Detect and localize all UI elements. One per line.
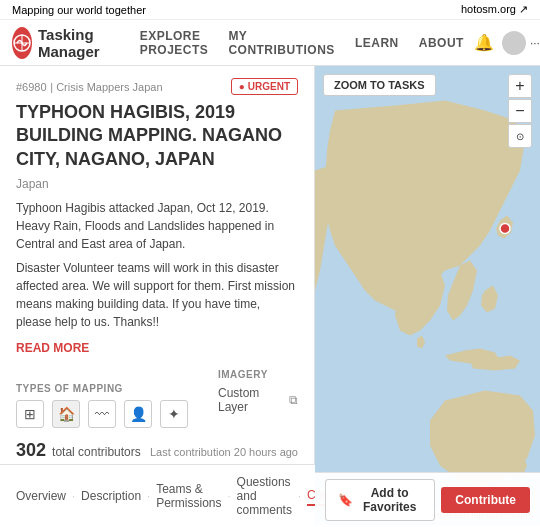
banner-right[interactable]: hotosm.org ↗	[461, 3, 528, 16]
tab-overview[interactable]: Overview	[16, 487, 66, 505]
zoom-in-button[interactable]: +	[508, 74, 532, 98]
nav-explore[interactable]: EXPLORE PROJECTS	[130, 20, 219, 66]
top-banner: Mapping our world together hotosm.org ↗	[0, 0, 540, 20]
zoom-to-tasks-button[interactable]: ZOOM TO TASKS	[323, 74, 436, 96]
project-id: #6980 | Crisis Mappers Japan	[16, 79, 163, 94]
logo-area[interactable]: Tasking Manager	[12, 26, 112, 60]
project-country: Japan	[16, 177, 298, 191]
project-desc-1: Typhoon Hagibis attacked Japan, Oct 12, …	[16, 199, 298, 253]
nav-contributions[interactable]: MY CONTRIBUTIONS	[218, 20, 345, 66]
contrib-count: 302	[16, 440, 46, 461]
tab-questions[interactable]: Questions and comments	[237, 473, 292, 519]
zoom-out-button[interactable]: −	[508, 99, 532, 123]
read-more-link[interactable]: READ MORE	[16, 341, 89, 355]
contrib-count-row: 302 total contributors	[16, 440, 141, 461]
bottom-tabs: Overview · Description · Teams & Permiss…	[0, 464, 315, 527]
bookmark-icon: 🔖	[338, 493, 353, 507]
svg-point-2	[500, 224, 510, 234]
logo-icon	[12, 27, 32, 59]
mapping-icons: ⊞ 🏠 〰 👤 ✦	[16, 400, 188, 428]
contrib-label: total contributors	[52, 445, 141, 459]
map-panel: ZOOM TO TASKS + − ⊙ © OpenStreetMap cont…	[315, 66, 540, 525]
nav-about[interactable]: ABOUT	[409, 20, 474, 66]
banner-left: Mapping our world together	[12, 4, 146, 16]
custom-layer-row: Custom Layer ⧉	[218, 386, 298, 414]
add-favorites-label: Add to Favorites	[357, 486, 422, 514]
mapping-icon-star: ✦	[160, 400, 188, 428]
types-label: TYPES OF MAPPING	[16, 383, 188, 394]
types-section: TYPES OF MAPPING ⊞ 🏠 〰 👤 ✦	[16, 383, 188, 428]
project-title: TYPHOON HAGIBIS, 2019 BUILDING MAPPING. …	[16, 101, 298, 171]
mapping-icon-water: 〰	[88, 400, 116, 428]
bottom-action-area: 🔖 Add to Favorites Contribute	[315, 472, 540, 527]
user-name: ···········	[530, 36, 540, 50]
mapping-icon-building: ⊞	[16, 400, 44, 428]
main-content: #6980 | Crisis Mappers Japan ● URGENT TY…	[0, 66, 540, 525]
mapping-icon-road: 🏠	[52, 400, 80, 428]
tab-description[interactable]: Description	[81, 487, 141, 505]
mapping-icon-person: 👤	[124, 400, 152, 428]
sep-1: ·	[72, 490, 75, 502]
project-id-number: #6980	[16, 81, 47, 93]
contribute-button[interactable]: Contribute	[441, 487, 530, 513]
add-favorites-button[interactable]: 🔖 Add to Favorites	[325, 479, 435, 521]
copy-icon[interactable]: ⧉	[289, 393, 298, 407]
urgent-dot-icon: ●	[239, 81, 245, 92]
nav-learn[interactable]: LEARN	[345, 20, 409, 66]
last-contrib: Last contribution 20 hours ago	[150, 446, 298, 458]
project-id-line: #6980 | Crisis Mappers Japan ● URGENT	[16, 78, 298, 95]
notification-bell-icon[interactable]: 🔔	[474, 33, 494, 52]
map-toolbar: ZOOM TO TASKS	[323, 74, 436, 96]
header: Tasking Manager EXPLORE PROJECTS MY CONT…	[0, 20, 540, 66]
main-nav: EXPLORE PROJECTS MY CONTRIBUTIONS LEARN …	[130, 20, 474, 66]
sep-3: ·	[228, 490, 231, 502]
imagery-label: IMAGERY	[218, 369, 298, 380]
left-panel: #6980 | Crisis Mappers Japan ● URGENT TY…	[0, 66, 315, 525]
contrib-meta-row: 302 total contributors Last contribution…	[16, 440, 298, 464]
urgent-label: URGENT	[248, 81, 290, 92]
zoom-reset-button[interactable]: ⊙	[508, 124, 532, 148]
logo-text: Tasking Manager	[38, 26, 112, 60]
sep-2: ·	[147, 490, 150, 502]
map-svg	[315, 66, 540, 525]
project-org[interactable]: Crisis Mappers Japan	[56, 81, 162, 93]
project-desc-2: Disaster Volunteer teams will work in th…	[16, 259, 298, 331]
user-avatar	[502, 31, 526, 55]
custom-layer-value: Custom Layer	[218, 386, 284, 414]
tab-teams[interactable]: Teams & Permissions	[156, 480, 221, 512]
nav-right: 🔔 ··········· ▼	[474, 31, 540, 55]
sep-4: ·	[298, 490, 301, 502]
user-menu[interactable]: ··········· ▼	[502, 31, 540, 55]
imagery-section: IMAGERY Custom Layer ⧉	[218, 369, 298, 414]
types-imagery-row: TYPES OF MAPPING ⊞ 🏠 〰 👤 ✦ IMAGERY Custo…	[16, 369, 298, 428]
urgent-badge: ● URGENT	[231, 78, 298, 95]
map-zoom-controls: + − ⊙	[508, 74, 532, 148]
